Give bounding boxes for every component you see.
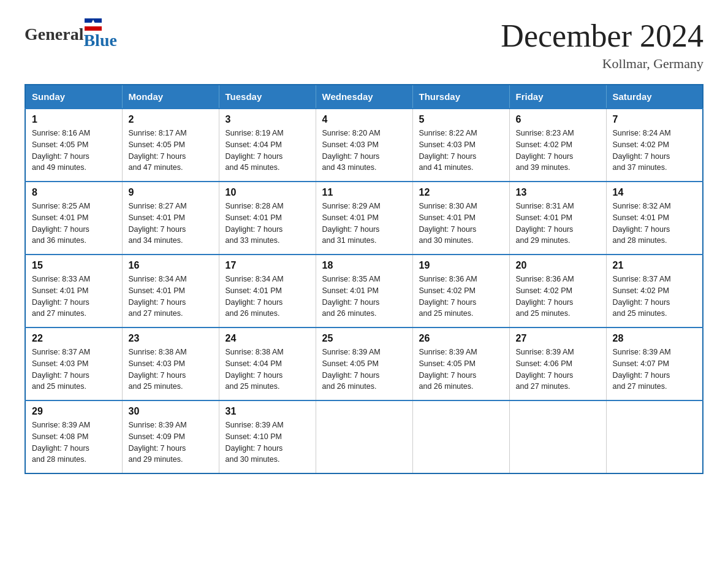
logo-flag-icon [85, 18, 102, 31]
day-number: 15 [32, 260, 116, 271]
day-number: 14 [613, 187, 697, 198]
day-info: Sunrise: 8:20 AM Sunset: 4:03 PM Dayligh… [322, 128, 406, 174]
day-info: Sunrise: 8:36 AM Sunset: 4:02 PM Dayligh… [419, 274, 503, 320]
calendar-cell: 12 Sunrise: 8:30 AM Sunset: 4:01 PM Dayl… [412, 182, 509, 255]
day-info: Sunrise: 8:25 AM Sunset: 4:01 PM Dayligh… [32, 201, 116, 247]
calendar-cell: 27 Sunrise: 8:39 AM Sunset: 4:06 PM Dayl… [509, 327, 606, 400]
day-info: Sunrise: 8:28 AM Sunset: 4:01 PM Dayligh… [226, 201, 309, 247]
calendar-cell: 21 Sunrise: 8:37 AM Sunset: 4:02 PM Dayl… [606, 255, 703, 327]
day-info: Sunrise: 8:39 AM Sunset: 4:05 PM Dayligh… [419, 347, 503, 393]
calendar-cell: 24 Sunrise: 8:38 AM Sunset: 4:04 PM Dayl… [219, 327, 316, 400]
day-info: Sunrise: 8:37 AM Sunset: 4:03 PM Dayligh… [32, 347, 116, 393]
logo-general-text: General [25, 25, 83, 44]
calendar-cell: 4 Sunrise: 8:20 AM Sunset: 4:03 PM Dayli… [316, 109, 412, 182]
day-info: Sunrise: 8:33 AM Sunset: 4:01 PM Dayligh… [32, 274, 116, 320]
day-number: 27 [516, 333, 600, 344]
day-number: 5 [419, 114, 503, 125]
calendar-cell: 11 Sunrise: 8:29 AM Sunset: 4:01 PM Dayl… [316, 182, 412, 255]
calendar-cell [509, 400, 606, 473]
header-day-tuesday: Tuesday [219, 85, 316, 109]
calendar-week-row: 22 Sunrise: 8:37 AM Sunset: 4:03 PM Dayl… [25, 327, 703, 400]
day-number: 26 [419, 333, 503, 344]
calendar-cell: 19 Sunrise: 8:36 AM Sunset: 4:02 PM Dayl… [412, 255, 509, 327]
page-subtitle: Kollmar, Germany [501, 56, 703, 72]
day-number: 6 [516, 114, 600, 125]
day-number: 30 [129, 406, 213, 417]
calendar-cell: 10 Sunrise: 8:28 AM Sunset: 4:01 PM Dayl… [219, 182, 316, 255]
day-number: 1 [32, 114, 116, 125]
day-number: 9 [129, 187, 213, 198]
day-number: 18 [322, 260, 406, 271]
day-info: Sunrise: 8:35 AM Sunset: 4:01 PM Dayligh… [322, 274, 406, 320]
header-day-monday: Monday [122, 85, 219, 109]
day-number: 28 [613, 333, 697, 344]
calendar-cell: 6 Sunrise: 8:23 AM Sunset: 4:02 PM Dayli… [509, 109, 606, 182]
calendar-cell: 28 Sunrise: 8:39 AM Sunset: 4:07 PM Dayl… [606, 327, 703, 400]
day-info: Sunrise: 8:19 AM Sunset: 4:04 PM Dayligh… [226, 128, 309, 174]
day-info: Sunrise: 8:31 AM Sunset: 4:01 PM Dayligh… [516, 201, 600, 247]
calendar-cell [412, 400, 509, 473]
calendar-header-row: SundayMondayTuesdayWednesdayThursdayFrid… [25, 85, 703, 109]
day-number: 19 [419, 260, 503, 271]
calendar-cell: 16 Sunrise: 8:34 AM Sunset: 4:01 PM Dayl… [122, 255, 219, 327]
calendar-cell: 3 Sunrise: 8:19 AM Sunset: 4:04 PM Dayli… [219, 109, 316, 182]
day-number: 24 [226, 333, 309, 344]
calendar-cell: 1 Sunrise: 8:16 AM Sunset: 4:05 PM Dayli… [25, 109, 122, 182]
header-day-saturday: Saturday [606, 85, 703, 109]
day-number: 3 [226, 114, 309, 125]
calendar-cell: 23 Sunrise: 8:38 AM Sunset: 4:03 PM Dayl… [122, 327, 219, 400]
day-info: Sunrise: 8:38 AM Sunset: 4:04 PM Dayligh… [226, 347, 309, 393]
day-info: Sunrise: 8:39 AM Sunset: 4:06 PM Dayligh… [516, 347, 600, 393]
day-info: Sunrise: 8:17 AM Sunset: 4:05 PM Dayligh… [129, 128, 213, 174]
day-number: 2 [129, 114, 213, 125]
calendar-cell [316, 400, 412, 473]
day-number: 21 [613, 260, 697, 271]
day-number: 4 [322, 114, 406, 125]
calendar-cell: 15 Sunrise: 8:33 AM Sunset: 4:01 PM Dayl… [25, 255, 122, 327]
day-number: 31 [226, 406, 309, 417]
day-info: Sunrise: 8:22 AM Sunset: 4:03 PM Dayligh… [419, 128, 503, 174]
day-number: 25 [322, 333, 406, 344]
day-info: Sunrise: 8:39 AM Sunset: 4:07 PM Dayligh… [613, 347, 697, 393]
day-info: Sunrise: 8:23 AM Sunset: 4:02 PM Dayligh… [516, 128, 600, 174]
calendar-cell: 20 Sunrise: 8:36 AM Sunset: 4:02 PM Dayl… [509, 255, 606, 327]
day-info: Sunrise: 8:39 AM Sunset: 4:10 PM Dayligh… [226, 419, 309, 465]
calendar-cell: 18 Sunrise: 8:35 AM Sunset: 4:01 PM Dayl… [316, 255, 412, 327]
calendar-cell: 25 Sunrise: 8:39 AM Sunset: 4:05 PM Dayl… [316, 327, 412, 400]
day-info: Sunrise: 8:27 AM Sunset: 4:01 PM Dayligh… [129, 201, 213, 247]
day-info: Sunrise: 8:37 AM Sunset: 4:02 PM Dayligh… [613, 274, 697, 320]
calendar-cell: 9 Sunrise: 8:27 AM Sunset: 4:01 PM Dayli… [122, 182, 219, 255]
day-number: 16 [129, 260, 213, 271]
day-number: 29 [32, 406, 116, 417]
day-number: 11 [322, 187, 406, 198]
calendar-cell: 17 Sunrise: 8:34 AM Sunset: 4:01 PM Dayl… [219, 255, 316, 327]
day-info: Sunrise: 8:24 AM Sunset: 4:02 PM Dayligh… [613, 128, 697, 174]
title-area: December 2024 Kollmar, Germany [501, 18, 703, 72]
day-number: 12 [419, 187, 503, 198]
day-number: 20 [516, 260, 600, 271]
calendar-cell: 30 Sunrise: 8:39 AM Sunset: 4:09 PM Dayl… [122, 400, 219, 473]
page-header: General Blue December 2024 Kollmar, Germ… [25, 18, 703, 72]
calendar-week-row: 29 Sunrise: 8:39 AM Sunset: 4:08 PM Dayl… [25, 400, 703, 473]
day-info: Sunrise: 8:36 AM Sunset: 4:02 PM Dayligh… [516, 274, 600, 320]
day-info: Sunrise: 8:29 AM Sunset: 4:01 PM Dayligh… [322, 201, 406, 247]
svg-rect-2 [85, 26, 102, 31]
logo-blue-text: Blue [83, 31, 116, 50]
logo: General Blue [25, 18, 117, 50]
day-number: 7 [613, 114, 697, 125]
calendar-cell: 26 Sunrise: 8:39 AM Sunset: 4:05 PM Dayl… [412, 327, 509, 400]
day-number: 17 [226, 260, 309, 271]
calendar-cell: 29 Sunrise: 8:39 AM Sunset: 4:08 PM Dayl… [25, 400, 122, 473]
calendar-cell [606, 400, 703, 473]
day-number: 10 [226, 187, 309, 198]
day-info: Sunrise: 8:34 AM Sunset: 4:01 PM Dayligh… [226, 274, 309, 320]
calendar-cell: 5 Sunrise: 8:22 AM Sunset: 4:03 PM Dayli… [412, 109, 509, 182]
header-day-friday: Friday [509, 85, 606, 109]
day-number: 8 [32, 187, 116, 198]
calendar-cell: 14 Sunrise: 8:32 AM Sunset: 4:01 PM Dayl… [606, 182, 703, 255]
calendar-cell: 7 Sunrise: 8:24 AM Sunset: 4:02 PM Dayli… [606, 109, 703, 182]
calendar-week-row: 15 Sunrise: 8:33 AM Sunset: 4:01 PM Dayl… [25, 255, 703, 327]
day-info: Sunrise: 8:38 AM Sunset: 4:03 PM Dayligh… [129, 347, 213, 393]
header-day-sunday: Sunday [25, 85, 122, 109]
page-title: December 2024 [501, 18, 703, 53]
